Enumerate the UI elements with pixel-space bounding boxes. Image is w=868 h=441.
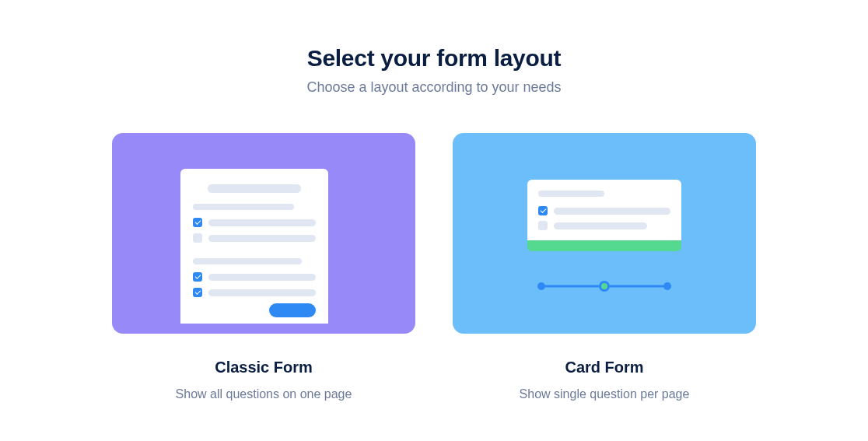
page-subtitle: Choose a layout according to your needs <box>306 79 561 96</box>
card-option-description: Show single question per page <box>520 387 690 401</box>
checkbox-checked-icon <box>193 218 202 227</box>
checkbox-unchecked-icon <box>193 233 202 243</box>
progress-bar-icon <box>527 240 681 251</box>
layout-option-card[interactable]: Card Form Show single question per page <box>453 133 756 401</box>
stepper-dot-active-icon <box>599 281 610 292</box>
classic-form-illustration <box>112 133 415 334</box>
layout-option-classic[interactable]: Classic Form Show all questions on one p… <box>112 133 415 401</box>
classic-option-title: Classic Form <box>215 359 313 376</box>
classic-option-description: Show all questions on one page <box>176 387 352 401</box>
checkbox-checked-icon <box>193 272 202 282</box>
stepper-icon <box>538 281 670 292</box>
checkbox-checked-icon <box>193 288 202 297</box>
layout-options-row: Classic Form Show all questions on one p… <box>112 133 756 401</box>
submit-button-icon <box>269 303 316 317</box>
classic-paper-icon <box>180 169 328 324</box>
card-form-illustration <box>453 133 756 334</box>
stepper-dot-icon <box>537 282 545 290</box>
checkbox-checked-icon <box>538 206 548 215</box>
stepper-dot-icon <box>663 282 671 290</box>
checkbox-unchecked-icon <box>538 221 548 230</box>
card-option-title: Card Form <box>565 359 643 376</box>
card-paper-icon <box>527 180 681 240</box>
page-title: Select your form layout <box>307 45 562 72</box>
layout-selection-container: Select your form layout Choose a layout … <box>0 0 868 401</box>
